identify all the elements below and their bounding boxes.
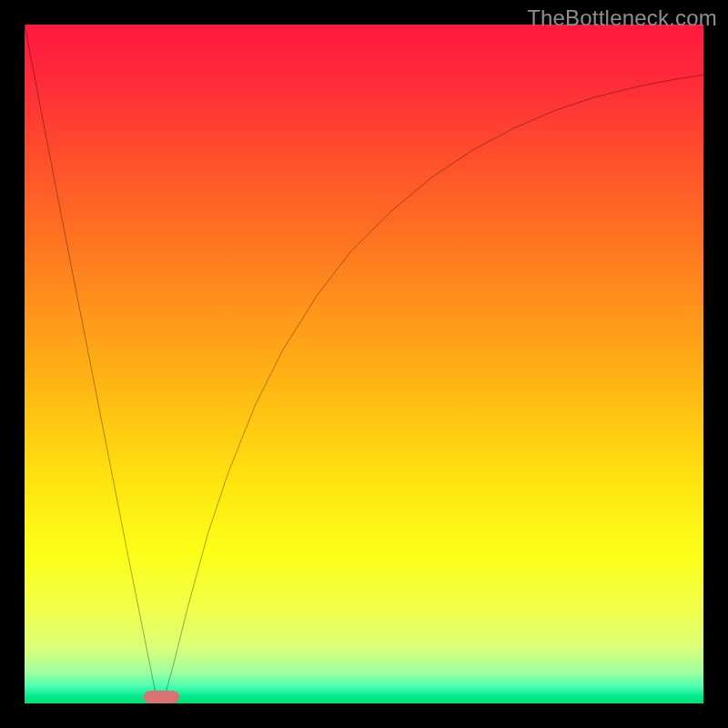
bottleneck-curve [25,25,703,703]
min-marker [144,691,179,703]
watermark-text: TheBottleneck.com [527,5,717,31]
chart-container: TheBottleneck.com [0,0,728,728]
plot-area [25,25,703,703]
